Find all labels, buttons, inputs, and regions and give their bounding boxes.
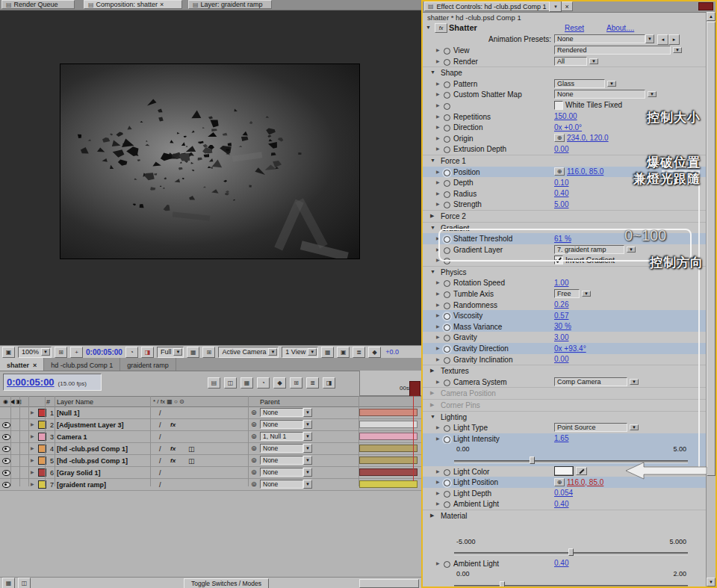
parent-dropdown[interactable]: None▼ bbox=[260, 420, 312, 429]
effect-row-shatter-threshold[interactable]: ▶Shatter Threshold61 % bbox=[423, 233, 706, 244]
dropdown-field[interactable]: Glass bbox=[554, 79, 605, 88]
twirl-icon[interactable]: ▶ bbox=[436, 170, 440, 175]
stopwatch-icon[interactable] bbox=[444, 125, 450, 131]
effect-row-gravity-inclination[interactable]: ▶Gravity Inclination0.00 bbox=[423, 354, 706, 365]
dropdown-arrow-icon[interactable]: ▼ bbox=[630, 379, 639, 385]
parent-dropdown[interactable]: None▼ bbox=[260, 480, 312, 489]
effect-row-render[interactable]: ▶RenderAll▼ bbox=[423, 56, 706, 67]
twirl-icon[interactable]: ▶ bbox=[436, 324, 440, 329]
dropdown-arrow-icon[interactable]: ▼ bbox=[673, 47, 682, 53]
brainstorm-icon[interactable]: ⊞ bbox=[290, 377, 302, 389]
twirl-icon[interactable]: ▶ bbox=[436, 291, 440, 297]
toggle-switches-modes-button[interactable]: Toggle Switches / Modes bbox=[184, 578, 269, 588]
scrollbar-thumb[interactable] bbox=[707, 22, 716, 476]
effect-row-ambient-light[interactable]: ▶Ambient Light0.40 bbox=[423, 558, 706, 569]
pixel-aspect-icon[interactable]: ▦ bbox=[321, 347, 334, 358]
fx-badge[interactable]: fx bbox=[170, 457, 176, 464]
fx-badge[interactable]: fx bbox=[170, 421, 176, 428]
twirl-icon[interactable]: ▶ bbox=[436, 180, 440, 185]
effect-row-light-color[interactable]: ▶Light Color bbox=[423, 466, 706, 477]
dropdown-arrow-icon[interactable]: ▼ bbox=[303, 408, 312, 417]
stopwatch-icon[interactable] bbox=[444, 202, 450, 208]
dropdown-arrow-icon[interactable]: ▼ bbox=[303, 480, 312, 489]
timeline-tab-graident-ramp[interactable]: graident ramp bbox=[120, 358, 176, 371]
effect-row-light-type[interactable]: ▶Light TypePoint Source▼ bbox=[423, 422, 706, 433]
stopwatch-icon[interactable] bbox=[444, 324, 450, 331]
dropdown-arrow-icon[interactable]: ▼ bbox=[303, 420, 312, 429]
tab-effect-controls[interactable]: ▤ Effect Controls: hd -club.psd Comp 1 ▼… bbox=[424, 1, 573, 11]
layer-name[interactable]: [hd -club.psd Comp 1] bbox=[57, 457, 128, 465]
safe-zones-icon[interactable]: ⊞ bbox=[55, 347, 67, 358]
effect-row-scale[interactable]: 0.002.00 bbox=[423, 569, 706, 580]
property-value[interactable]: 1.65 bbox=[554, 434, 568, 442]
dropdown-arrow-icon[interactable]: ▼ bbox=[582, 291, 591, 297]
previous-preset-button[interactable]: ◂ bbox=[657, 34, 668, 45]
dropdown-arrow-icon[interactable]: ▼ bbox=[630, 424, 639, 430]
visibility-eye-icon[interactable] bbox=[2, 422, 10, 428]
current-time-indicator[interactable] bbox=[409, 381, 420, 397]
layer-name[interactable]: [graident ramp] bbox=[57, 481, 106, 489]
timecode-display[interactable]: 0:00:05:00 (15.00 fps) bbox=[3, 374, 102, 391]
twirl-icon[interactable]: ▶ bbox=[430, 402, 434, 407]
effect-row-white-tiles-fixed[interactable]: ▶White Tiles Fixed bbox=[423, 100, 706, 111]
dropdown-field[interactable]: All bbox=[554, 57, 587, 66]
twirl-icon[interactable]: ▼ bbox=[430, 69, 435, 75]
stopwatch-icon[interactable] bbox=[444, 469, 450, 476]
auto-keyframe-icon[interactable]: ≣ bbox=[306, 377, 319, 389]
stopwatch-icon[interactable] bbox=[444, 81, 450, 88]
scroll-down-icon[interactable]: ▼ bbox=[707, 578, 716, 587]
property-value[interactable]: 1.00 bbox=[554, 279, 568, 287]
stopwatch-icon[interactable] bbox=[444, 357, 450, 364]
property-value[interactable]: 61 % bbox=[554, 235, 571, 243]
twirl-icon[interactable]: ▶ bbox=[436, 236, 440, 241]
effect-row-physics[interactable]: ▼Physics bbox=[423, 266, 706, 278]
effect-row-strength[interactable]: ▶Strength5.00 bbox=[423, 199, 706, 210]
effect-row-force-2[interactable]: ▶Force 2 bbox=[423, 210, 706, 222]
timeline-icon[interactable]: ≣ bbox=[353, 347, 365, 358]
resolution-select[interactable]: Full ▼ bbox=[157, 347, 184, 358]
stopwatch-icon[interactable] bbox=[444, 136, 450, 143]
effect-row-repetitions[interactable]: ▶Repetitions150.00 bbox=[423, 111, 706, 123]
dropdown-field[interactable]: None bbox=[554, 90, 645, 99]
effect-enabled-fx-icon[interactable]: fx bbox=[435, 23, 447, 33]
twirl-icon[interactable]: ▼ bbox=[430, 269, 435, 274]
effect-row-ambient-light[interactable]: ▶Ambient Light0.40 bbox=[423, 498, 706, 510]
quality-switch-icon[interactable]: / bbox=[159, 421, 161, 429]
twirl-icon[interactable]: ▶ bbox=[430, 513, 434, 518]
exposure-offset-value[interactable]: +0.0 bbox=[385, 348, 399, 356]
parent-dropdown[interactable]: None▼ bbox=[260, 456, 312, 465]
pick-whip-icon[interactable]: ⊚ bbox=[251, 457, 257, 464]
stopwatch-icon[interactable] bbox=[444, 247, 450, 254]
stopwatch-icon[interactable] bbox=[444, 480, 450, 486]
view-layout-select[interactable]: 1 View ▼ bbox=[282, 347, 318, 358]
transparency-grid-icon[interactable]: ⊞ bbox=[202, 347, 215, 358]
visibility-eye-icon[interactable] bbox=[2, 446, 10, 452]
effect-row-track[interactable] bbox=[423, 455, 706, 466]
effect-row-pattern[interactable]: ▶PatternGlass▼ bbox=[423, 78, 706, 90]
pick-whip-icon[interactable]: ⊚ bbox=[251, 468, 257, 476]
effect-row-origin[interactable]: ▶Origin⊕234.0, 120.0 bbox=[423, 133, 706, 144]
twirl-icon[interactable]: ▶ bbox=[436, 303, 440, 308]
twirl-icon[interactable]: ▶ bbox=[436, 202, 440, 207]
property-value[interactable]: 0.57 bbox=[554, 312, 568, 320]
expand-render-time-icon[interactable]: ◫ bbox=[18, 578, 31, 588]
reset-link[interactable]: Reset bbox=[565, 24, 584, 32]
tab-render-queue[interactable]: ▤ Render Queue bbox=[1, 0, 75, 9]
twirl-icon[interactable]: ▶ bbox=[31, 434, 34, 439]
next-preset-button[interactable]: ▸ bbox=[668, 34, 680, 45]
crosshair-button[interactable]: ⊕ bbox=[554, 167, 565, 176]
flowchart-icon[interactable]: ▣ bbox=[2, 347, 15, 358]
twirl-icon[interactable]: ▶ bbox=[430, 213, 434, 218]
twirl-icon[interactable]: ▶ bbox=[436, 81, 440, 87]
effect-row-gradient[interactable]: ▼Gradient bbox=[423, 222, 706, 234]
stopwatch-icon[interactable] bbox=[444, 436, 450, 443]
dropdown-arrow-icon[interactable]: ▼ bbox=[303, 444, 312, 453]
tab-composition-shatter[interactable]: ▤ Composition: shatter × bbox=[84, 0, 182, 9]
effect-row-material[interactable]: ▶Material bbox=[423, 510, 706, 522]
twirl-icon[interactable]: ▶ bbox=[436, 103, 440, 108]
parent-dropdown[interactable]: None▼ bbox=[260, 468, 312, 477]
quality-switch-icon[interactable]: / bbox=[159, 433, 161, 441]
comp-flowchart-icon[interactable]: ◆ bbox=[368, 347, 381, 358]
stopwatch-icon[interactable] bbox=[444, 491, 450, 498]
graph-editor-icon[interactable]: ◨ bbox=[323, 377, 335, 389]
